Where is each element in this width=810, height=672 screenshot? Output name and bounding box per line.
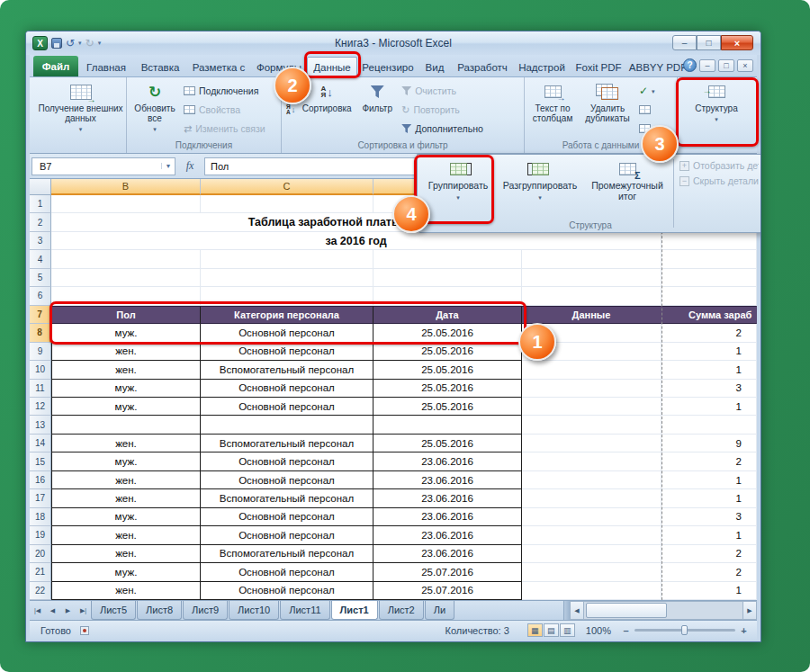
row-header-9[interactable]: 9	[30, 343, 51, 361]
row-header-19[interactable]: 19	[30, 526, 51, 544]
data-validation-button[interactable]: ✓▾	[636, 82, 672, 100]
cell-D18[interactable]: 23.06.2016	[374, 508, 522, 526]
cell-F5[interactable]	[662, 269, 757, 287]
cell-F15[interactable]: 2	[662, 452, 757, 470]
cell-C16[interactable]: Основной персонал	[201, 471, 374, 489]
cell-F9[interactable]: 1	[662, 343, 757, 361]
ribbon-tab-1[interactable]: Главная	[78, 58, 134, 76]
properties-button[interactable]: Свойства	[181, 101, 268, 119]
minimize-button[interactable]: –	[672, 35, 697, 50]
sheet-tab-Лист10[interactable]: Лист10	[229, 601, 279, 620]
cell-D10[interactable]: 25.05.2016	[374, 361, 522, 379]
row-header-21[interactable]: 21	[30, 563, 51, 581]
hide-detail-button[interactable]: −Скрыть детали	[680, 175, 759, 186]
column-header-B[interactable]: B	[51, 179, 201, 195]
ribbon-tab-3[interactable]: Разметка с	[186, 58, 251, 76]
cell-E13[interactable]	[522, 416, 662, 434]
cell-C15[interactable]: Основной персонал	[201, 452, 374, 470]
sheet-tab-Лист5[interactable]: Лист5	[91, 601, 136, 620]
select-all-corner[interactable]	[30, 179, 51, 195]
get-external-data-button[interactable]: → Получение внешних данных ▾	[38, 80, 124, 138]
cell-C17[interactable]: Вспомогательный персонал	[201, 489, 374, 507]
row-header-2[interactable]: 2	[30, 213, 51, 231]
cell-F18[interactable]: 3	[662, 508, 757, 526]
cell-B13[interactable]	[51, 416, 201, 434]
ribbon-tab-8[interactable]: Разработч	[451, 58, 514, 76]
cell-D16[interactable]: 23.06.2016	[374, 471, 522, 489]
cell-E20[interactable]	[522, 545, 662, 563]
cell-C19[interactable]: Основной персонал	[201, 526, 374, 544]
view-normal-button[interactable]: ▦	[527, 623, 543, 637]
cell-B11[interactable]: муж.	[51, 380, 201, 398]
help-icon[interactable]: ?	[683, 58, 697, 72]
prev-sheet-button[interactable]: ◀	[45, 601, 60, 620]
file-tab[interactable]: Файл	[33, 56, 78, 76]
cell-C20[interactable]: Вспомогательный персонал	[201, 545, 374, 563]
cell-C9[interactable]: Основной персонал	[201, 343, 374, 361]
sheet-tab-Лист2[interactable]: Лист2	[379, 601, 424, 620]
cell-D4[interactable]	[374, 250, 522, 268]
cell-F13[interactable]	[662, 416, 757, 434]
cell-F14[interactable]: 9	[662, 435, 757, 452]
cell-C12[interactable]: Основной персонал	[201, 398, 374, 416]
row-header-5[interactable]: 5	[30, 269, 51, 287]
row-header-1[interactable]: 1	[30, 195, 51, 213]
cell-C5[interactable]	[201, 269, 374, 287]
cell-B16[interactable]: жен.	[51, 471, 201, 489]
workbook-restore-button[interactable]: □	[718, 59, 734, 72]
cell-B21[interactable]: муж.	[51, 563, 201, 581]
cell-E14[interactable]	[522, 435, 662, 452]
cell-E17[interactable]	[522, 489, 662, 507]
cell-E10[interactable]	[522, 361, 662, 379]
ribbon-tab-11[interactable]: ABBYY PDF	[627, 58, 688, 76]
show-detail-button[interactable]: +Отобразить детали	[680, 160, 759, 171]
cell-F12[interactable]: 1	[662, 398, 757, 416]
connections-button[interactable]: Подключения	[181, 82, 268, 100]
header-cell-F7[interactable]: Сумма зараб	[662, 306, 757, 324]
cell-F16[interactable]: 1	[662, 471, 757, 489]
view-page-break-button[interactable]: ▥	[560, 623, 575, 637]
zoom-level[interactable]: 100%	[586, 625, 611, 636]
row-header-11[interactable]: 11	[30, 380, 51, 398]
cell-F19[interactable]: 1	[662, 526, 757, 544]
row-header-17[interactable]: 17	[30, 489, 51, 507]
cell-C4[interactable]	[201, 250, 374, 268]
cell-F11[interactable]: 3	[662, 380, 757, 398]
cell-F6[interactable]	[662, 287, 757, 305]
cell-F4[interactable]	[662, 250, 757, 268]
zoom-out-button[interactable]: –	[620, 625, 632, 636]
ribbon-tab-2[interactable]: Вставка	[134, 58, 186, 76]
cell-C22[interactable]: Основной персонал	[201, 582, 374, 600]
redo-icon[interactable]: ↻	[86, 38, 94, 49]
undo-icon[interactable]: ↺	[66, 38, 75, 49]
cell-B19[interactable]: жен.	[51, 526, 201, 544]
zoom-slider[interactable]	[634, 629, 735, 632]
cell-B12[interactable]: муж.	[51, 398, 201, 416]
sheet-tab-Лист8[interactable]: Лист8	[137, 601, 182, 620]
ribbon-tab-10[interactable]: Foxit PDF	[570, 58, 627, 76]
sheet-tab-Ли[interactable]: Ли	[425, 601, 454, 620]
reapply-button[interactable]: ↻Повторить	[399, 101, 503, 119]
zoom-slider-thumb[interactable]	[681, 625, 688, 635]
cell-E12[interactable]	[522, 398, 662, 416]
qat-customize-icon[interactable]: ▾	[98, 40, 102, 47]
row-header-13[interactable]: 13	[30, 416, 51, 434]
excel-logo-icon[interactable]: X	[32, 36, 48, 50]
cell-F20[interactable]: 2	[662, 545, 757, 563]
horizontal-scrollbar[interactable]	[584, 601, 742, 620]
ungroup-button[interactable]: Разгруппировать ▾	[497, 157, 583, 230]
cell-E16[interactable]	[522, 471, 662, 489]
header-cell-E7[interactable]: Данные	[522, 306, 662, 324]
cell-D14[interactable]: 25.05.2016	[374, 435, 522, 452]
cell-B9[interactable]: жен.	[51, 343, 201, 361]
cell-F10[interactable]: 1	[662, 361, 757, 379]
cell-D21[interactable]: 25.07.2016	[374, 563, 522, 581]
cell-E6[interactable]	[522, 287, 662, 305]
cell-E21[interactable]	[522, 563, 662, 581]
cell-E4[interactable]	[522, 250, 662, 268]
workbook-minimize-button[interactable]: –	[699, 59, 716, 72]
save-icon[interactable]	[51, 38, 62, 49]
cell-B22[interactable]: жен.	[51, 582, 201, 600]
cell-F8[interactable]: 2	[662, 324, 757, 342]
tab-split-handle[interactable]	[563, 601, 570, 620]
